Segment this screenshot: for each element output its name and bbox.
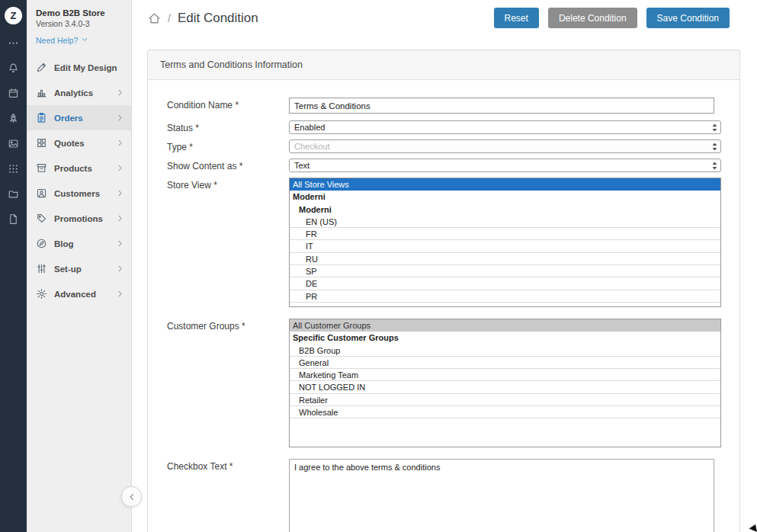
store-view-label: Store View *: [167, 178, 289, 307]
customer-groups-option-not-logged-in[interactable]: NOT LOGGED IN: [290, 381, 720, 393]
customer-groups-option-specific-customer-groups[interactable]: Specific Customer Groups: [290, 332, 720, 344]
store-name: Demo B2B Store: [36, 8, 123, 18]
app-logo[interactable]: Z: [5, 7, 22, 24]
customer-groups-listbox[interactable]: All Customer GroupsSpecific Customer Gro…: [289, 319, 721, 447]
store-view-option-sp[interactable]: SP: [290, 265, 720, 277]
sidebar-item-orders[interactable]: Orders: [27, 105, 131, 130]
setup-icon: [35, 263, 47, 274]
card-body: Condition Name * Status * Enabled: [148, 80, 739, 532]
customer-groups-label: Customer Groups *: [167, 319, 289, 447]
store-view-option-it[interactable]: IT: [290, 240, 720, 252]
select-stepper-icon: [711, 123, 718, 133]
store-view-option-moderni[interactable]: Moderni: [290, 204, 720, 216]
status-label: Status *: [167, 120, 289, 134]
sidebar-item-label: Customers: [54, 189, 109, 198]
apps-icon[interactable]: [8, 156, 19, 181]
collapse-sidebar-button[interactable]: [121, 486, 142, 507]
sidebar-item-promotions[interactable]: Promotions: [27, 206, 131, 231]
show-content-as-control: Text: [289, 159, 721, 172]
calendar-icon[interactable]: [8, 81, 19, 106]
card-title: Terms and Conditions Information: [148, 50, 739, 80]
rocket-icon[interactable]: [8, 106, 19, 131]
orders-icon: [35, 112, 47, 123]
chevron-right-icon: [116, 264, 124, 273]
show-content-as-select[interactable]: Text: [289, 159, 721, 172]
reset-button[interactable]: Reset: [494, 8, 539, 28]
type-label: Type *: [167, 139, 289, 153]
condition-name-input[interactable]: [289, 98, 714, 114]
sidebar-item-label: Quotes: [54, 139, 109, 148]
store-view-option-de[interactable]: DE: [290, 277, 720, 290]
rail-icon-list: [8, 30, 19, 232]
form-row-show-content-as: Show Content as * Text: [167, 159, 721, 172]
chevron-right-icon: [116, 290, 124, 298]
store-view-option-fr[interactable]: FR: [290, 228, 720, 240]
sidebar-item-customers[interactable]: Customers: [27, 181, 131, 206]
need-help-link[interactable]: Need Help?: [36, 36, 123, 45]
store-view-option-pr[interactable]: PR: [290, 290, 720, 303]
checkbox-text-input[interactable]: I agree to the above terms & conditions: [289, 459, 714, 532]
customer-groups-control: All Customer GroupsSpecific Customer Gro…: [289, 319, 721, 447]
store-view-option-en-us[interactable]: EN (US): [290, 216, 720, 228]
image-icon[interactable]: [8, 131, 19, 156]
type-select: Checkout: [289, 139, 721, 153]
customer-groups-option-all-customer-groups[interactable]: All Customer Groups: [290, 319, 720, 332]
sidebar: Demo B2B Store Version 3.4.0-3 Need Help…: [27, 0, 132, 532]
page-title: Edit Condition: [178, 11, 258, 26]
chevron-right-icon: [116, 139, 124, 147]
condition-name-control: [289, 98, 721, 114]
sidebar-item-advanced[interactable]: Advanced: [27, 281, 131, 306]
type-control: Checkout: [289, 139, 721, 153]
show-content-as-select-value: Text: [294, 161, 711, 170]
sidebar-item-set-up[interactable]: Set-up: [27, 256, 131, 281]
promotions-icon: [35, 213, 47, 224]
sidebar-menu: Edit My DesignAnalyticsOrdersQuotesProdu…: [27, 55, 131, 306]
sidebar-item-edit-my-design[interactable]: Edit My Design: [27, 55, 131, 80]
sidebar-item-products[interactable]: Products: [27, 155, 131, 181]
analytics-icon: [35, 87, 47, 98]
customer-groups-option-marketing-team[interactable]: Marketing Team: [290, 369, 720, 381]
store-view-option-ru[interactable]: RU: [290, 253, 720, 265]
advanced-icon: [35, 288, 47, 300]
sidebar-item-label: Edit My Design: [54, 63, 124, 72]
icon-rail: Z: [0, 0, 27, 532]
chevron-right-icon: [116, 114, 124, 122]
design-icon: [35, 62, 47, 73]
document-icon[interactable]: [8, 207, 19, 232]
chevron-down-icon: [81, 36, 88, 45]
store-view-listbox[interactable]: All Store ViewsModerniModerniEN (US)FRIT…: [289, 178, 721, 307]
quotes-icon: [35, 137, 47, 149]
home-icon[interactable]: [148, 12, 161, 24]
type-select-value: Checkout: [294, 142, 711, 151]
sidebar-item-label: Blog: [54, 239, 109, 248]
form-row-status: Status * Enabled: [167, 120, 721, 134]
sidebar-item-quotes[interactable]: Quotes: [27, 130, 131, 155]
chevron-left-icon: [127, 492, 136, 502]
sidebar-item-analytics[interactable]: Analytics: [27, 80, 131, 105]
breadcrumb: / Edit Condition: [148, 11, 258, 26]
store-view-option-all-store-views[interactable]: All Store Views: [290, 178, 720, 191]
customer-groups-option-b2b-group[interactable]: B2B Group: [290, 345, 720, 357]
store-view-control: All Store ViewsModerniModerniEN (US)FRIT…: [289, 178, 721, 307]
status-select[interactable]: Enabled: [289, 120, 721, 134]
save-condition-button[interactable]: Save Condition: [646, 8, 730, 28]
ellipsis-icon[interactable]: [8, 30, 19, 56]
customer-groups-option-wholesale[interactable]: Wholesale: [290, 406, 720, 418]
top-actions: Reset Delete Condition Save Condition: [494, 8, 730, 28]
sidebar-item-label: Orders: [54, 114, 109, 123]
customer-groups-option-general[interactable]: General: [290, 357, 720, 369]
status-control: Enabled: [289, 120, 721, 134]
mouse-cursor: [749, 524, 757, 532]
show-content-as-label: Show Content as *: [167, 159, 289, 172]
form-row-customer-groups: Customer Groups * All Customer GroupsSpe…: [167, 319, 721, 447]
terms-conditions-card: Terms and Conditions Information Conditi…: [147, 50, 740, 532]
bell-icon[interactable]: [8, 56, 19, 81]
store-view-option-moderni[interactable]: Moderni: [290, 191, 720, 203]
form-row-checkbox-text: Checkbox Text * I agree to the above ter…: [167, 459, 721, 532]
select-stepper-icon: [711, 142, 718, 152]
sidebar-item-blog[interactable]: Blog: [27, 231, 131, 256]
folder-icon[interactable]: [8, 181, 19, 207]
customer-groups-option-retailer[interactable]: Retailer: [290, 394, 720, 406]
condition-name-label: Condition Name *: [167, 98, 289, 114]
delete-condition-button[interactable]: Delete Condition: [548, 8, 637, 28]
